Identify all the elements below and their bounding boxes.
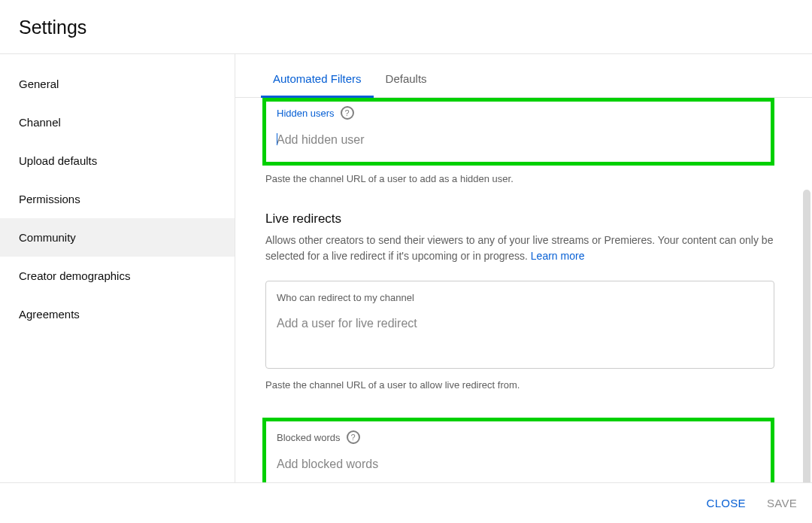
scrollbar[interactable]	[803, 190, 810, 486]
live-redirects-description: Allows other creators to send their view…	[262, 233, 774, 264]
help-icon[interactable]: ?	[347, 430, 360, 444]
hidden-users-helper: Paste the channel URL of a user to add a…	[262, 173, 774, 184]
blocked-words-input[interactable]	[277, 458, 762, 471]
sidebar-item-community[interactable]: Community	[0, 218, 235, 257]
sidebar-item-channel[interactable]: Channel	[0, 103, 235, 141]
hidden-users-section: Hidden users ?	[262, 98, 774, 166]
hidden-users-label: Hidden users	[277, 108, 335, 119]
page-title: Settings	[19, 17, 812, 38]
sidebar-item-agreements[interactable]: Agreements	[0, 295, 235, 333]
help-icon[interactable]: ?	[341, 106, 354, 120]
learn-more-link[interactable]: Learn more	[531, 250, 585, 262]
live-redirects-title: Live redirects	[262, 211, 774, 227]
tab-defaults[interactable]: Defaults	[374, 72, 439, 97]
tabs-bar: Automated Filters Defaults	[235, 54, 812, 98]
sidebar-item-creator-demographics[interactable]: Creator demographics	[0, 257, 235, 295]
hidden-users-input[interactable]	[277, 133, 762, 147]
footer: CLOSE SAVE	[0, 482, 812, 523]
blocked-words-section: Blocked words ?	[262, 418, 774, 486]
sidebar-item-upload-defaults[interactable]: Upload defaults	[0, 141, 235, 180]
live-redirect-field: Who can redirect to my channel	[265, 281, 774, 369]
save-button[interactable]: SAVE	[767, 497, 797, 509]
live-redirect-input[interactable]	[277, 317, 763, 330]
tab-automated-filters[interactable]: Automated Filters	[261, 72, 374, 97]
sidebar-item-permissions[interactable]: Permissions	[0, 180, 235, 218]
live-redirect-helper: Paste the channel URL of a user to allow…	[262, 379, 774, 391]
sidebar-item-general[interactable]: General	[0, 65, 235, 103]
close-button[interactable]: CLOSE	[707, 497, 746, 509]
settings-sidebar: General Channel Upload defaults Permissi…	[0, 54, 235, 486]
blocked-words-label: Blocked words	[277, 432, 341, 443]
live-redirect-label: Who can redirect to my channel	[277, 292, 414, 303]
